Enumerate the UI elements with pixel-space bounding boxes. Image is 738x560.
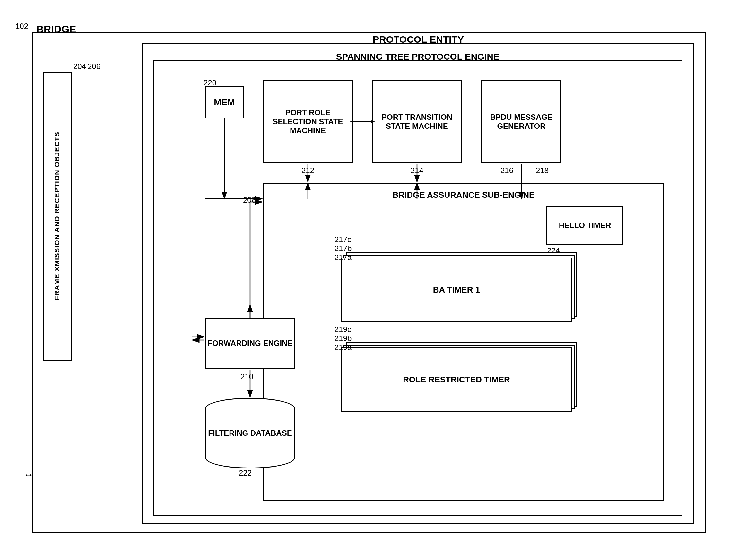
ref-208: 208 bbox=[243, 196, 256, 205]
frame-xmission-box: FRAME XMISSION AND RECEPTION OBJECTS bbox=[43, 72, 72, 361]
ref-214: 214 bbox=[411, 166, 423, 175]
mem-box: MEM bbox=[205, 86, 244, 118]
ref-218-top: 218 bbox=[536, 166, 548, 175]
ref-216: 216 bbox=[500, 166, 513, 175]
filtering-db-box: FILTERING DATABASE bbox=[205, 398, 295, 469]
bridge-label: BRIDGE bbox=[36, 23, 76, 35]
stp-engine-label: SPANNING TREE PROTOCOL ENGINE bbox=[336, 52, 499, 62]
ba-timer-front: BA TIMER 1 bbox=[341, 258, 572, 322]
ba-timer-label: BA TIMER 1 bbox=[433, 285, 480, 295]
prs-machine-label: PORT ROLE SELECTION STATE MACHINE bbox=[267, 108, 349, 135]
pts-machine-label: PORT TRANSITION STATE MACHINE bbox=[376, 113, 458, 131]
protocol-entity-box: PROTOCOL ENTITY SPANNING TREE PROTOCOL E… bbox=[142, 43, 694, 524]
bridge-box: BRIDGE 102 106a P0 106b P1 106c bbox=[32, 32, 706, 533]
ba-subengine-label: BRIDGE ASSURANCE SUB-ENGINE bbox=[393, 190, 535, 200]
forwarding-engine-label: FORWARDING ENGINE bbox=[208, 339, 293, 348]
bpdu-generator-label: BPDU MESSAGE GENERATOR bbox=[485, 113, 557, 131]
prs-machine-box: PORT ROLE SELECTION STATE MACHINE bbox=[263, 80, 353, 164]
pts-machine-box: PORT TRANSITION STATE MACHINE bbox=[372, 80, 462, 164]
ref-212: 212 bbox=[301, 166, 314, 175]
ref-219b: 219b bbox=[335, 334, 352, 343]
ref-220: 220 bbox=[204, 78, 216, 87]
double-arrow: ↔ bbox=[23, 469, 34, 481]
ba-subengine-box: BRIDGE ASSURANCE SUB-ENGINE HELLO TIMER … bbox=[263, 183, 664, 501]
diagram-container: BRIDGE 102 106a P0 106b P1 106c bbox=[13, 13, 725, 546]
forwarding-engine-box: FORWARDING ENGINE bbox=[205, 318, 295, 369]
hello-timer-label: HELLO TIMER bbox=[559, 221, 611, 230]
ref-102: 102 bbox=[15, 22, 28, 31]
ref-222: 222 bbox=[239, 469, 252, 478]
mem-label: MEM bbox=[214, 97, 235, 107]
ref-219c: 219c bbox=[335, 325, 351, 334]
rr-timer-front: ROLE RESTRICTED TIMER bbox=[341, 347, 572, 411]
ref-217c: 217c bbox=[335, 235, 351, 244]
ref-206: 206 bbox=[88, 62, 100, 71]
ref-210: 210 bbox=[241, 372, 253, 381]
frame-xmission-label: FRAME XMISSION AND RECEPTION OBJECTS bbox=[53, 131, 62, 300]
ref-217b: 217b bbox=[335, 244, 352, 253]
bpdu-generator-box: BPDU MESSAGE GENERATOR bbox=[481, 80, 562, 164]
ref-219a: 219a bbox=[335, 343, 352, 352]
protocol-entity-label: PROTOCOL ENTITY bbox=[373, 34, 464, 45]
hello-timer-box: HELLO TIMER bbox=[546, 206, 624, 245]
filtering-db-label: FILTERING DATABASE bbox=[208, 429, 292, 438]
rr-timer-label: ROLE RESTRICTED TIMER bbox=[403, 375, 510, 385]
stp-engine-box: SPANNING TREE PROTOCOL ENGINE MEM 220 PO… bbox=[153, 60, 683, 516]
ref-204: 204 bbox=[73, 62, 86, 71]
ref-217a: 217a bbox=[335, 253, 352, 262]
